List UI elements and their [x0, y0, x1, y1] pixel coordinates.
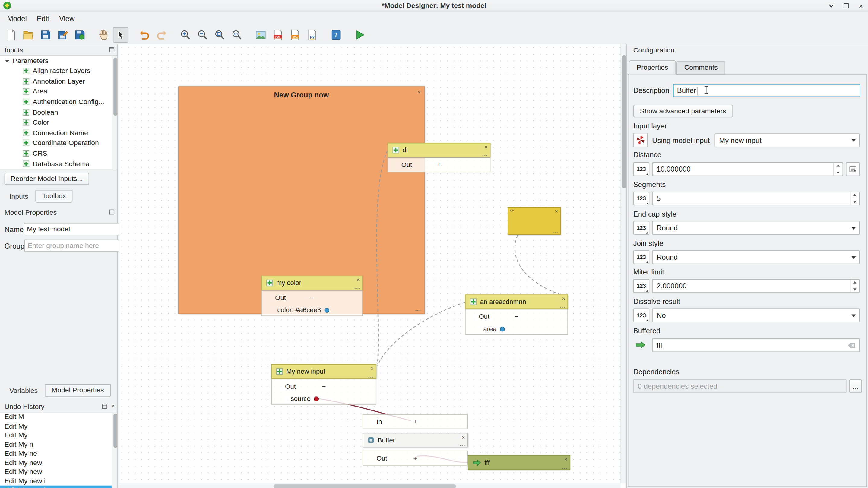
delete-node-icon[interactable]: × — [370, 365, 374, 371]
node-my-new-input[interactable]: My new input × ••• Out− source — [271, 364, 376, 405]
node-my-color-header[interactable]: my color × ••• — [261, 276, 363, 290]
undo-button[interactable] — [136, 27, 152, 42]
node-resize-grip[interactable]: ••• — [553, 231, 559, 234]
param-item-area[interactable]: Area — [0, 87, 117, 97]
export-python-button[interactable]: py — [305, 27, 320, 42]
description-input[interactable]: Buffer — [673, 84, 860, 97]
node-di-header[interactable]: di × ••• — [388, 143, 490, 157]
reorder-model-inputs-button[interactable]: Reorder Model Inputs... — [4, 173, 89, 185]
join-style-combobox[interactable]: Round — [652, 250, 860, 264]
param-item-database-schema[interactable]: Database Schema — [0, 159, 117, 169]
node-fff[interactable]: fff × ••• — [468, 455, 570, 470]
collapse-toggle[interactable]: − — [322, 382, 326, 390]
titlebar[interactable]: *Model Designer: My test model × — [0, 0, 868, 12]
undo-item[interactable]: Edit My new — [0, 458, 117, 467]
value-source-button[interactable]: 123 — [633, 162, 649, 176]
delete-node-icon[interactable]: × — [484, 144, 488, 150]
collapse-toggle[interactable]: − — [310, 294, 314, 302]
dependencies-browse-button[interactable]: … — [849, 379, 862, 393]
undo-scrollbar[interactable] — [112, 412, 117, 488]
clear-text-icon[interactable] — [847, 341, 856, 352]
param-item-connection-name[interactable]: Connection Name — [0, 128, 117, 138]
undo-item[interactable]: Edit M — [0, 412, 117, 421]
segments-spinbox[interactable]: 5 — [652, 191, 860, 205]
tree-scrollbar[interactable] — [112, 56, 117, 169]
end-cap-style-combobox[interactable]: Round — [652, 221, 860, 235]
value-source-button[interactable]: 123 — [633, 191, 649, 205]
run-model-button[interactable] — [352, 27, 367, 42]
spin-down-icon[interactable] — [850, 286, 859, 292]
param-item-crs[interactable]: CRS — [0, 148, 117, 158]
undo-item[interactable]: Edit My — [0, 431, 117, 440]
node-resize-grip[interactable]: ••• — [460, 444, 466, 447]
tab-comments[interactable]: Comments — [677, 61, 725, 75]
close-icon[interactable]: × — [857, 2, 865, 10]
delete-node-icon[interactable]: × — [356, 277, 360, 283]
node-my-color[interactable]: my color × ••• Out− color: #a6cee3 — [261, 276, 363, 316]
pan-tool-button[interactable] — [96, 27, 111, 42]
undo-item[interactable]: Edit My new — [0, 467, 117, 476]
node-buffer[interactable]: In+ Buffer × ••• Out+ — [363, 414, 468, 466]
export-image-button[interactable] — [253, 27, 269, 42]
node-di[interactable]: di × ••• Out+ — [388, 143, 490, 172]
spin-buttons[interactable] — [849, 192, 859, 205]
value-source-button[interactable]: 123 — [633, 250, 649, 264]
spin-buttons[interactable] — [833, 163, 842, 176]
model-group-input[interactable] — [25, 240, 120, 252]
redo-button[interactable] — [154, 27, 169, 42]
menu-model[interactable]: Model — [2, 13, 32, 24]
undo-scrollbar-thumb[interactable] — [113, 414, 117, 448]
help-button[interactable]: ? — [328, 27, 343, 42]
value-source-button[interactable]: 123 — [633, 221, 649, 235]
minimize-icon[interactable] — [827, 2, 835, 10]
tree-root-parameters[interactable]: Parameters — [0, 56, 117, 66]
menu-view[interactable]: View — [54, 13, 80, 24]
param-item-align-raster-layers[interactable]: Align raster Layers — [0, 66, 117, 76]
param-item-color[interactable]: Color — [0, 117, 117, 128]
select-tool-button[interactable] — [113, 27, 128, 42]
undo-item[interactable]: Edit My — [0, 422, 117, 431]
tab-toolbox[interactable]: Toolbox — [36, 190, 73, 203]
save-model-button[interactable] — [38, 27, 53, 42]
model-name-input[interactable] — [24, 223, 119, 235]
open-model-button[interactable] — [21, 27, 36, 42]
export-pdf-button[interactable]: PDF — [270, 27, 286, 42]
miter-limit-spinbox[interactable]: 2.000000 — [652, 279, 860, 293]
tab-properties[interactable]: Properties — [629, 60, 676, 75]
dock-float-icon[interactable] — [109, 209, 115, 215]
data-defined-override-button[interactable] — [846, 162, 860, 176]
node-an-areacdnmnn[interactable]: an areacdnmnn × ••• Out− area — [465, 294, 568, 335]
spin-buttons[interactable] — [849, 280, 859, 292]
export-svg-button[interactable]: SVG — [287, 27, 303, 42]
node-resize-grip[interactable]: ••• — [560, 306, 566, 309]
expander-icon[interactable] — [5, 59, 10, 62]
node-resize-grip[interactable]: ••• — [482, 154, 488, 157]
collapse-toggle[interactable]: − — [515, 312, 519, 320]
tab-model-properties[interactable]: Model Properties — [45, 384, 111, 397]
iterate-over-layer-button[interactable] — [633, 133, 648, 148]
node-fff-header[interactable]: fff × ••• — [468, 455, 570, 470]
param-item-boolean[interactable]: Boolean — [0, 107, 117, 117]
spin-down-icon[interactable] — [850, 199, 859, 205]
save-model-in-project-button[interactable] — [72, 27, 88, 42]
collapse-toggle[interactable]: + — [413, 454, 417, 462]
menu-edit[interactable]: Edit — [32, 13, 54, 24]
zoom-in-button[interactable] — [178, 27, 193, 42]
spin-up-icon[interactable] — [834, 163, 842, 169]
node-buffer-header[interactable]: Buffer × ••• — [363, 433, 468, 447]
zoom-out-button[interactable] — [195, 27, 210, 42]
output-socket[interactable] — [324, 308, 329, 313]
spin-down-icon[interactable] — [834, 169, 842, 176]
dock-close-icon[interactable]: × — [111, 403, 115, 409]
value-source-button[interactable]: 123 — [633, 308, 649, 322]
undo-item[interactable]: Edit My new i — [0, 476, 117, 485]
param-item-coordinate-operation[interactable]: Coordinate Operation — [0, 138, 117, 148]
dock-float-icon[interactable] — [102, 403, 107, 409]
buffered-output-input[interactable]: fff — [652, 338, 860, 352]
undo-item[interactable]: Edit My ne — [0, 449, 117, 458]
collapse-toggle[interactable]: + — [413, 418, 417, 426]
spin-up-icon[interactable] — [850, 280, 859, 286]
node-resize-grip[interactable]: ••• — [354, 287, 361, 290]
delete-node-icon[interactable]: × — [562, 296, 565, 302]
delete-node-icon[interactable]: × — [555, 208, 558, 214]
